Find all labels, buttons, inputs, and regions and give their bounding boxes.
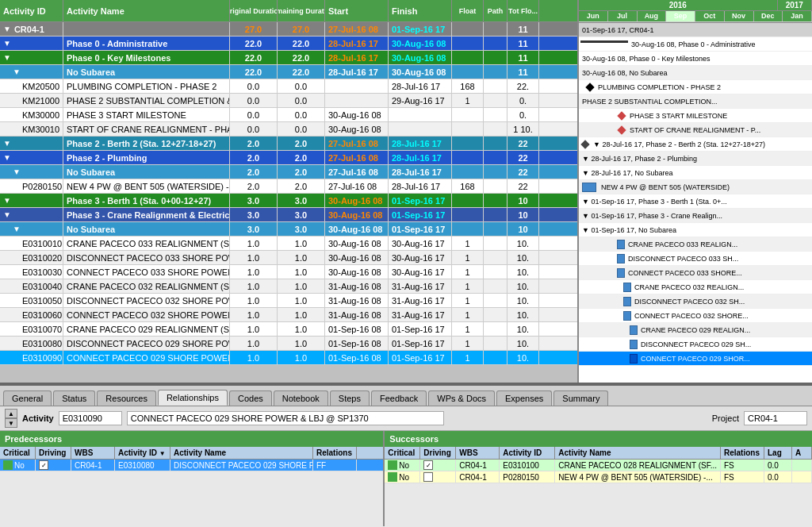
tabs-bar: General Status Resources Relationships C… — [0, 386, 812, 406]
table-row[interactable]: KM30000 PHASE 3 START MILESTONE 0.0 0.0 … — [0, 108, 577, 122]
gantt-row: CONNECT PACECO 032 SHORE... — [579, 309, 812, 323]
table-row[interactable]: ▼ Phase 3 - Crane Realignment & Electric… — [0, 208, 577, 222]
table-row[interactable]: E0310060 CONNECT PACECO 032 SHORE POWER … — [0, 308, 577, 322]
cell-path — [484, 137, 508, 150]
scroll-up-btn[interactable]: ▲ — [5, 409, 17, 418]
cell-start — [325, 94, 389, 107]
tab-steps[interactable]: Steps — [330, 390, 370, 406]
tab-resources[interactable]: Resources — [97, 390, 156, 406]
col-header-float: Float — [452, 0, 484, 21]
cell-rem: 1.0 — [278, 308, 325, 321]
scroll-down-btn[interactable]: ▼ — [5, 418, 17, 428]
cell-finish: 01-Sep-16 17 — [389, 208, 452, 221]
tab-feedback[interactable]: Feedback — [371, 390, 427, 406]
cell-id: KM30010 — [0, 122, 63, 136]
cell-finish — [389, 108, 452, 121]
table-row[interactable]: ▼ No Subarea 3.0 3.0 30-Aug-16 08 01-Sep… — [0, 222, 577, 237]
succ-th-lag: Lag — [764, 447, 792, 459]
tab-codes[interactable]: Codes — [229, 390, 272, 406]
cell-tot: 10. — [508, 251, 539, 264]
cell-start: 30-Aug-16 08 — [325, 222, 389, 236]
tab-notebook[interactable]: Notebook — [274, 390, 328, 406]
succ-row[interactable]: No ✓ CR04-1 E0310100 CRANE PACECO 028 RE… — [385, 460, 812, 471]
col-header-finish: Finish — [389, 0, 452, 21]
cell-start: 28-Jul-16 17 — [325, 65, 389, 79]
project-label: Project — [712, 414, 739, 423]
project-id-input[interactable] — [744, 411, 807, 425]
cell-rem: 0.0 — [278, 108, 325, 121]
table-row[interactable]: E0310010 CRANE PACECO 033 REALIGNMENT (S… — [0, 237, 577, 251]
cell-rem: 1.0 — [278, 351, 325, 364]
cell-id: E0310020 — [0, 251, 63, 264]
table-row[interactable]: ▼ Phase 0 - Administrative 22.0 22.0 28-… — [0, 37, 577, 51]
gantt-year-2016: 2016 — [579, 0, 778, 10]
cell-rem: 2.0 — [278, 137, 325, 150]
succ-cell-a — [792, 460, 812, 471]
tab-relationships[interactable]: Relationships — [158, 390, 228, 406]
table-row[interactable]: ▼ Phase 3 - Berth 1 (Sta. 0+00-12+27) 3.… — [0, 194, 577, 208]
tab-status[interactable]: Status — [53, 390, 95, 406]
table-row[interactable]: KM30010 START OF CRANE REALIGNMENT - PHA… — [0, 122, 577, 137]
cell-finish: 30-Aug-16 08 — [389, 37, 452, 50]
cell-tot: 10. — [508, 351, 539, 364]
cell-finish: 28-Jul-16 17 — [389, 165, 452, 179]
table-row[interactable]: KM21000 PHASE 2 SUBSTANTIAL COMPLETION &… — [0, 94, 577, 108]
succ-row[interactable]: No CR04-1 P0280150 NEW 4 PW @ BENT 505 (… — [385, 471, 812, 483]
tab-summary[interactable]: Summary — [553, 390, 608, 406]
table-row[interactable]: E0310020 DISCONNECT PACECO 033 SHORE POW… — [0, 251, 577, 265]
cell-name: Phase 2 - Plumbing — [63, 151, 230, 164]
cell-orig: 3.0 — [230, 222, 278, 236]
cell-rem: 0.0 — [278, 79, 325, 93]
cell-finish: 30-Aug-16 17 — [389, 237, 452, 250]
cell-rem: 27.0 — [278, 22, 325, 36]
succ-cell-a — [792, 471, 812, 483]
cell-path — [484, 51, 508, 64]
succ-th-critical: Critical — [385, 447, 420, 459]
cell-id: ▼CR04-1 — [0, 22, 63, 36]
tab-expenses[interactable]: Expenses — [496, 390, 552, 406]
activity-name-input[interactable] — [127, 411, 444, 425]
table-row[interactable]: ▼CR04-1 27.0 27.0 27-Jul-16 08 01-Sep-16… — [0, 22, 577, 37]
succ-cell-driving — [420, 471, 456, 483]
cell-finish: 28-Jul-16 17 — [389, 179, 452, 193]
tab-general[interactable]: General — [3, 390, 52, 406]
cell-start: 01-Sep-16 08 — [325, 337, 389, 350]
cell-orig: 1.0 — [230, 322, 278, 336]
cell-rem: 1.0 — [278, 294, 325, 307]
table-row[interactable]: ▼ Phase 0 - Key Milestones 22.0 22.0 28-… — [0, 51, 577, 65]
cell-id: E0310090 — [0, 351, 63, 364]
cell-name: No Subarea — [63, 65, 230, 79]
table-row[interactable]: ▼ No Subarea 22.0 22.0 28-Jul-16 17 30-A… — [0, 65, 577, 79]
table-row[interactable]: E0310030 CONNECT PACECO 033 SHORE POWER … — [0, 265, 577, 279]
table-row[interactable]: E0310050 DISCONNECT PACECO 032 SHORE POW… — [0, 294, 577, 308]
cell-float: 1 — [452, 94, 484, 107]
cell-tot: 11 — [508, 22, 539, 36]
succ-cell-actid: P0280150 — [500, 471, 555, 483]
cell-name: NEW 4 PW @ BENT 505 (WATERSIDE) - PH2 — [63, 179, 230, 193]
cell-id: ▼ — [0, 51, 63, 64]
table-row[interactable]: E0310080 DISCONNECT PACECO 029 SHORE POW… — [0, 337, 577, 351]
table-row[interactable]: ▼ Phase 2 - Berth 2 (Sta. 12+27-18+27) 2… — [0, 137, 577, 151]
cell-tot: 0. — [508, 108, 539, 121]
table-row[interactable]: ▼ Phase 2 - Plumbing 2.0 2.0 27-Jul-16 0… — [0, 151, 577, 165]
table-row[interactable]: KM20500 PLUMBING COMPLETION - PHASE 2 0.… — [0, 79, 577, 94]
tab-wps-docs[interactable]: WPs & Docs — [428, 390, 495, 406]
col-header-rem: Remaining Duration — [278, 0, 325, 21]
pred-row[interactable]: No ✓ CR04-1 E0310080 DISCONNECT PACECO 0… — [0, 460, 383, 471]
activity-id-input[interactable] — [59, 411, 122, 425]
table-row-selected[interactable]: E0310090 CONNECT PACECO 029 SHORE POWER … — [0, 351, 577, 365]
table-row[interactable]: ▼ No Subarea 2.0 2.0 27-Jul-16 08 28-Jul… — [0, 165, 577, 179]
table-row[interactable]: E0310070 CRANE PACECO 029 REALIGNMENT (S… — [0, 322, 577, 337]
pred-th-critical: Critical — [0, 447, 36, 459]
table-body[interactable]: ▼CR04-1 27.0 27.0 27-Jul-16 08 01-Sep-16… — [0, 22, 577, 383]
cell-finish: 01-Sep-16 17 — [389, 222, 452, 236]
table-row[interactable]: E0310040 CRANE PACECO 032 REALIGNMENT (S… — [0, 279, 577, 294]
predecessors-panel: Predecessors Critical Driving WBS Activi… — [0, 431, 385, 526]
table-row[interactable]: P0280150 NEW 4 PW @ BENT 505 (WATERSIDE)… — [0, 179, 577, 194]
cell-tot: 11 — [508, 51, 539, 64]
gantt-month-dec: Dec — [754, 11, 783, 21]
cell-finish: 01-Sep-16 17 — [389, 194, 452, 207]
cell-path — [484, 351, 508, 364]
cell-orig: 3.0 — [230, 208, 278, 221]
grid-area: Activity ID Activity Name Original Durat… — [0, 0, 812, 384]
